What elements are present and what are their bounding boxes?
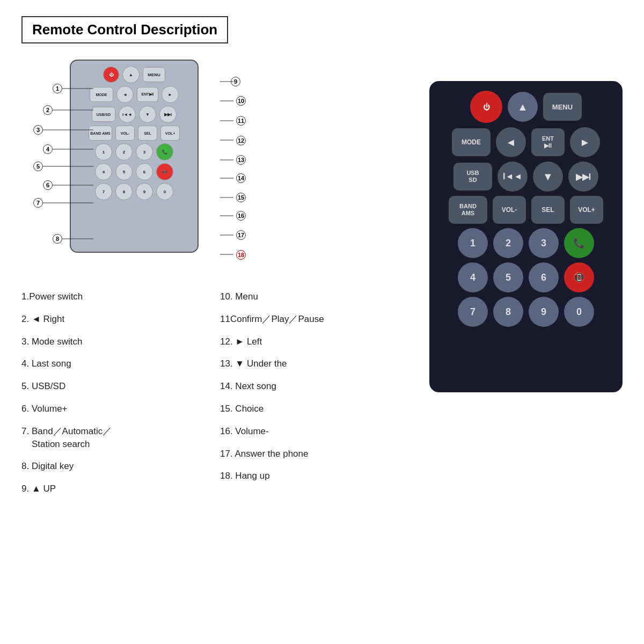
photo-volminus-btn[interactable]: VOL- bbox=[493, 196, 526, 224]
desc-item-18: 18. Hang up bbox=[220, 470, 419, 482]
desc-item-4: 4. Last song bbox=[21, 357, 220, 370]
diag-down-btn[interactable]: ▼ bbox=[139, 106, 156, 123]
photo-num6-btn[interactable]: 6 bbox=[529, 262, 559, 292]
desc-item-9: 9. ▲ UP bbox=[21, 482, 220, 495]
photo-row-1: ⏻ ▲ MENU bbox=[437, 91, 615, 123]
diag-row-7: 7 8 9 0 bbox=[75, 183, 193, 200]
callout-11: 11 bbox=[236, 116, 246, 126]
desc-item-10: 10. Menu bbox=[220, 290, 419, 303]
callout-5: 5 bbox=[33, 162, 43, 171]
desc-item-13: 13. ▼ Under the bbox=[220, 357, 419, 370]
diag-row-4: BAND AMS VOL- SEL VOL+ bbox=[75, 126, 193, 141]
diag-num9-btn[interactable]: 9 bbox=[136, 183, 153, 200]
photo-num5-btn[interactable]: 5 bbox=[493, 262, 523, 292]
diag-volplus-btn[interactable]: VOL+ bbox=[160, 126, 180, 141]
callout-15: 15 bbox=[236, 193, 246, 202]
diag-up-btn[interactable]: ▲ bbox=[122, 66, 140, 83]
photo-row-6: 4 5 6 📵 bbox=[437, 262, 615, 292]
diag-sel-btn[interactable]: SEL bbox=[138, 126, 157, 141]
photo-sel-btn[interactable]: SEL bbox=[531, 196, 565, 224]
diag-num3-btn[interactable]: 3 bbox=[136, 143, 153, 160]
diag-num0-btn[interactable]: 0 bbox=[156, 183, 173, 200]
diag-hangup-btn[interactable]: 📵 bbox=[156, 163, 173, 180]
photo-answer-btn[interactable]: 📞 bbox=[564, 228, 594, 258]
photo-num0-btn[interactable]: 0 bbox=[564, 297, 594, 327]
photo-mode-btn[interactable]: MODE bbox=[452, 128, 491, 156]
photo-num8-btn[interactable]: 8 bbox=[493, 297, 523, 327]
photo-menu-btn[interactable]: MENU bbox=[543, 93, 582, 121]
photo-num2-btn[interactable]: 2 bbox=[493, 228, 523, 258]
page-title: Remote Control Description bbox=[21, 16, 228, 43]
photo-power-btn[interactable]: ⏻ bbox=[470, 91, 502, 123]
diag-volminus-btn[interactable]: VOL- bbox=[115, 126, 135, 141]
diag-row-2: MODE ◄ ENT▶II ► bbox=[75, 86, 193, 103]
diag-right-btn[interactable]: ► bbox=[162, 86, 179, 103]
desc-col-left: 1.Power switch 2. ◄ Right 3. Mode switch… bbox=[21, 290, 220, 628]
desc-section: 1.Power switch 2. ◄ Right 3. Mode switch… bbox=[21, 290, 419, 628]
desc-item-1: 1.Power switch bbox=[21, 290, 220, 303]
callout-10: 10 bbox=[236, 96, 246, 106]
desc-item-2: 2. ◄ Right bbox=[21, 313, 220, 326]
desc-item-16: 16. Volume- bbox=[220, 425, 419, 438]
desc-item-15: 15. Choice bbox=[220, 402, 419, 415]
photo-num1-btn[interactable]: 1 bbox=[458, 228, 488, 258]
diag-usbsd-btn[interactable]: USB/SD bbox=[92, 107, 115, 122]
remote-diagram: ⏻ ▲ MENU MODE ◄ ENT▶II ► USB/SD I◄◄ bbox=[70, 60, 199, 253]
callout-9: 9 bbox=[231, 77, 240, 86]
photo-downbtn[interactable]: ▼ bbox=[533, 162, 563, 192]
callout-14: 14 bbox=[236, 173, 246, 183]
diag-band-btn[interactable]: BAND AMS bbox=[89, 126, 112, 141]
photo-volplus-btn[interactable]: VOL+ bbox=[570, 196, 603, 224]
photo-up-btn[interactable]: ▲ bbox=[508, 92, 538, 122]
desc-item-12: 12. ► Left bbox=[220, 335, 419, 348]
photo-ent-btn[interactable]: ENT▶II bbox=[531, 128, 565, 156]
photo-row-2: MODE ◄ ENT▶II ► bbox=[437, 127, 615, 157]
photo-num3-btn[interactable]: 3 bbox=[529, 228, 559, 258]
photo-right-btn[interactable]: ► bbox=[570, 127, 600, 157]
photo-prev-btn[interactable]: I◄◄ bbox=[497, 162, 528, 192]
callout-12: 12 bbox=[236, 136, 246, 145]
diag-num4-btn[interactable]: 4 bbox=[95, 163, 112, 180]
diag-num2-btn[interactable]: 2 bbox=[115, 143, 133, 160]
remote-photo: ⏻ ▲ MENU MODE ◄ ENT▶II ► USBSD I◄◄ ▼ ▶▶I… bbox=[429, 81, 623, 392]
photo-num4-btn[interactable]: 4 bbox=[458, 262, 488, 292]
photo-left-btn[interactable]: ◄ bbox=[496, 127, 526, 157]
diag-num1-btn[interactable]: 1 bbox=[95, 143, 112, 160]
left-section: 1 2 3 4 5 6 7 8 9 10 11 12 13 14 15 16 1… bbox=[21, 54, 419, 628]
callout-1: 1 bbox=[53, 84, 62, 93]
photo-row-5: 1 2 3 📞 bbox=[437, 228, 615, 258]
diag-power-btn[interactable]: ⏻ bbox=[103, 67, 119, 83]
photo-hangup-btn[interactable]: 📵 bbox=[564, 262, 594, 292]
photo-num9-btn[interactable]: 9 bbox=[529, 297, 559, 327]
diag-answer-btn[interactable]: 📞 bbox=[156, 143, 173, 160]
callout-18-circle: 18 bbox=[236, 250, 246, 260]
diag-num5-btn[interactable]: 5 bbox=[115, 163, 133, 180]
photo-nextbtn[interactable]: ▶▶I bbox=[568, 162, 598, 192]
callout-6: 6 bbox=[43, 180, 53, 190]
photo-band-btn[interactable]: BANDAMS bbox=[449, 196, 487, 224]
diag-next-btn[interactable]: ▶▶I bbox=[159, 106, 177, 123]
desc-item-3: 3. Mode switch bbox=[21, 335, 220, 348]
photo-row-7: 7 8 9 0 bbox=[437, 297, 615, 327]
photo-usbsd-btn[interactable]: USBSD bbox=[453, 163, 492, 191]
callout-2: 2 bbox=[43, 105, 53, 115]
diag-num6-btn[interactable]: 6 bbox=[136, 163, 153, 180]
callout-3: 3 bbox=[33, 125, 43, 135]
diag-prev-btn[interactable]: I◄◄ bbox=[119, 106, 136, 123]
photo-num7-btn[interactable]: 7 bbox=[458, 297, 488, 327]
photo-row-4: BANDAMS VOL- SEL VOL+ bbox=[437, 196, 615, 224]
diag-ent-btn[interactable]: ENT▶II bbox=[137, 87, 158, 102]
diag-mode-btn[interactable]: MODE bbox=[90, 87, 113, 102]
diag-left-btn[interactable]: ◄ bbox=[116, 86, 134, 103]
diag-row-6: 4 5 6 📵 bbox=[75, 163, 193, 180]
content-row: 1 2 3 4 5 6 7 8 9 10 11 12 13 14 15 16 1… bbox=[21, 54, 623, 628]
diag-num8-btn[interactable]: 8 bbox=[115, 183, 133, 200]
desc-col-right: 10. Menu 11Confirm／Play／Pause 12. ► Left… bbox=[220, 290, 419, 628]
diag-num7-btn[interactable]: 7 bbox=[95, 183, 112, 200]
desc-item-5: 5. USB/SD bbox=[21, 380, 220, 393]
callout-8: 8 bbox=[53, 234, 62, 244]
desc-item-8: 8. Digital key bbox=[21, 460, 220, 473]
diag-row-5: 1 2 3 📞 bbox=[75, 143, 193, 160]
diag-menu-btn[interactable]: MENU bbox=[143, 67, 165, 82]
desc-item-6: 6. Volume+ bbox=[21, 402, 220, 415]
